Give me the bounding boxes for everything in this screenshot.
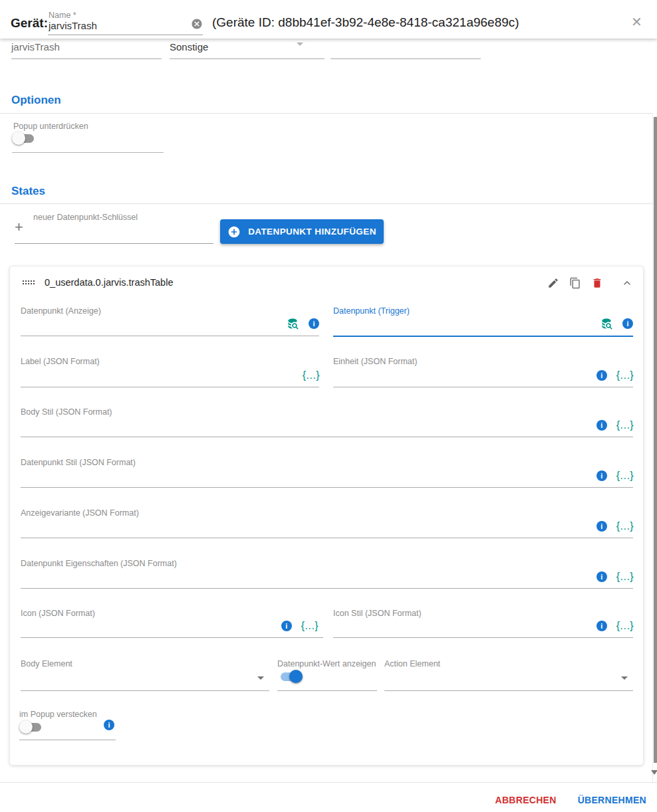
add-circle-icon <box>227 225 241 239</box>
device-settings-dialog: jarvisTrash Sonstige Gerät: Name * (Gerä… <box>0 0 657 812</box>
field-body-stil-json[interactable]: Body Stil (JSON Format) i {…} <box>21 401 633 437</box>
toggle-thumb <box>289 670 303 683</box>
json-editor-icon[interactable]: {…} <box>616 571 633 583</box>
field-label: Datenpunkt Eigenschaften (JSON Format) <box>21 559 177 568</box>
name-input[interactable] <box>49 20 185 31</box>
json-editor-icon[interactable]: {…} <box>616 620 633 632</box>
scroll-down-arrow-icon <box>651 770 657 775</box>
dialog-header: Gerät: Name * (Geräte ID: d8bb41ef-3b92-… <box>0 0 657 39</box>
info-icon[interactable]: i <box>596 420 607 431</box>
section-divider <box>0 203 653 204</box>
field-label: Einheit (JSON Format) <box>333 357 417 366</box>
info-icon[interactable]: i <box>281 621 292 631</box>
drag-handle-icon[interactable] <box>23 280 35 284</box>
new-datapoint-key-input[interactable] <box>31 223 210 241</box>
field-label: Datenpunkt (Trigger) <box>333 306 410 316</box>
info-icon[interactable]: i <box>596 470 607 481</box>
add-datapoint-button-label: DATENPUNKT HINZUFÜGEN <box>248 227 376 237</box>
field-label: Action Element <box>384 659 440 668</box>
close-icon[interactable]: ✕ <box>631 15 642 29</box>
device-name-field-value[interactable]: jarvisTrash <box>11 41 60 52</box>
chevron-down-icon <box>621 676 628 680</box>
add-datapoint-button[interactable]: DATENPUNKT HINZUFÜGEN <box>220 219 384 244</box>
field-label: Body Stil (JSON Format) <box>21 407 112 417</box>
field-label: Icon (JSON Format) <box>21 609 95 618</box>
name-input-label: Name * <box>49 11 76 20</box>
scrollbar-thumb[interactable] <box>654 117 657 763</box>
body-element-select[interactable]: Body Element <box>21 653 269 691</box>
field-datenpunkt-anzeige[interactable]: Datenpunkt (Anzeige) i <box>21 300 319 336</box>
section-divider <box>0 113 653 114</box>
field-label: Datenpunkt (Anzeige) <box>21 306 101 316</box>
new-datapoint-key-underline <box>15 243 213 244</box>
field-datenpunkt-trigger[interactable]: Datenpunkt (Trigger) i <box>333 300 633 337</box>
field-datenpunkt-eigenschaften-json[interactable]: Datenpunkt Eigenschaften (JSON Format) i… <box>21 552 633 589</box>
toggle-thumb <box>12 132 25 145</box>
action-element-select[interactable]: Action Element <box>384 653 633 691</box>
collapse-icon[interactable] <box>620 276 634 290</box>
info-icon[interactable]: i <box>309 318 319 329</box>
new-datapoint-key-label: neuer Datenpunkt-Schlüssel <box>33 213 138 222</box>
apply-button[interactable]: ÜBERNEHMEN <box>571 789 653 811</box>
datapoint-card-title: 0_userdata.0.jarvis.trashTable <box>45 277 173 288</box>
field-im-popup-verstecken: im Popup verstecken i <box>19 703 116 740</box>
card-actions <box>547 276 634 290</box>
datapoint-search-icon[interactable] <box>286 317 299 330</box>
section-title-states: States <box>11 185 45 198</box>
info-icon[interactable]: i <box>622 318 633 329</box>
field-label: Datenpunkt Stil (JSON Format) <box>21 458 136 467</box>
field-icon-json[interactable]: Icon (JSON Format) i {…} <box>21 602 323 638</box>
field-label: im Popup verstecken <box>19 710 97 719</box>
field-wert-anzeigen: Datenpunkt-Wert anzeigen <box>277 653 377 691</box>
info-icon[interactable]: i <box>596 621 607 631</box>
field-anzeigevariante-json[interactable]: Anzeigevariante (JSON Format) i {…} <box>21 502 633 538</box>
datapoint-card: 0_userdata.0.jarvis.trashTable Datenpunk… <box>9 266 644 765</box>
field-label-json[interactable]: Label (JSON Format) {…} <box>21 350 319 387</box>
room-field-underline <box>330 58 481 59</box>
json-editor-icon[interactable]: {…} <box>301 620 318 632</box>
datapoint-search-icon[interactable] <box>600 317 613 330</box>
field-label: Icon Stil (JSON Format) <box>333 609 422 618</box>
popup-suppress-label: Popup unterdrücken <box>13 122 88 131</box>
json-editor-icon[interactable]: {…} <box>303 369 319 381</box>
delete-icon[interactable] <box>591 276 604 290</box>
toggle-thumb <box>19 720 33 734</box>
show-value-toggle[interactable] <box>279 670 304 683</box>
plus-icon: + <box>15 220 23 235</box>
function-select-underline <box>170 58 325 59</box>
field-datenpunkt-stil-json[interactable]: Datenpunkt Stil (JSON Format) i {…} <box>21 451 633 488</box>
cancel-button[interactable]: ABBRECHEN <box>489 789 563 811</box>
field-icon-stil-json[interactable]: Icon Stil (JSON Format) i {…} <box>333 602 633 638</box>
field-label: Label (JSON Format) <box>21 357 100 366</box>
field-label: Anzeigevariante (JSON Format) <box>21 508 139 518</box>
chevron-down-icon <box>297 43 303 46</box>
info-icon[interactable]: i <box>104 720 114 730</box>
json-editor-icon[interactable]: {…} <box>616 419 633 431</box>
chevron-down-icon <box>257 676 264 680</box>
hide-in-popup-toggle[interactable] <box>19 720 45 734</box>
function-select-value[interactable]: Sonstige <box>170 41 208 52</box>
json-editor-icon[interactable]: {…} <box>616 470 633 482</box>
dialog-footer: ABBRECHEN ÜBERNEHMEN <box>0 782 657 812</box>
device-id-text: (Geräte ID: d8bb41ef-3b92-4e8e-8418-ca32… <box>212 15 519 30</box>
field-label: Datenpunkt-Wert anzeigen <box>277 659 376 668</box>
device-name-underline <box>11 58 162 59</box>
popup-suppress-toggle[interactable] <box>12 132 37 145</box>
json-editor-icon[interactable]: {…} <box>616 520 633 532</box>
field-einheit-json[interactable]: Einheit (JSON Format) i {…} <box>333 350 633 387</box>
section-title-optionen: Optionen <box>11 94 61 107</box>
popup-suppress-underline <box>12 152 164 153</box>
dialog-title: Gerät: <box>11 16 48 31</box>
copy-icon[interactable] <box>569 276 582 290</box>
info-icon[interactable]: i <box>596 370 607 381</box>
name-input-underline <box>48 35 203 35</box>
edit-icon[interactable] <box>547 276 560 290</box>
info-icon[interactable]: i <box>596 571 607 582</box>
clear-name-icon[interactable] <box>191 18 203 30</box>
info-icon[interactable]: i <box>596 521 607 532</box>
json-editor-icon[interactable]: {…} <box>616 369 633 381</box>
field-label: Body Element <box>21 659 72 668</box>
